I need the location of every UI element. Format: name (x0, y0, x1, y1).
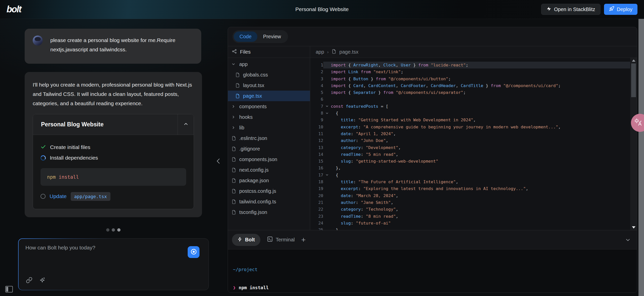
tree-item-page.tsx[interactable]: page.tsx (228, 91, 310, 101)
stop-generation-button[interactable] (188, 246, 199, 258)
line-number: 8 (310, 110, 323, 117)
breadcrumb-folder[interactable]: app (316, 49, 324, 55)
lightning-icon (237, 237, 242, 243)
tree-item-globals.css[interactable]: globals.css (228, 69, 310, 80)
scroll-down-arrow-icon[interactable] (632, 226, 635, 229)
code-line-6: 6 (310, 96, 637, 103)
chevron-down-icon[interactable] (625, 237, 631, 243)
terminal-icon (267, 236, 273, 243)
token-i: CardHeader (431, 83, 456, 88)
pagination-dot-3[interactable] (117, 228, 120, 232)
tree-item-components[interactable]: components (228, 101, 310, 112)
pagination-dot-1[interactable] (106, 228, 109, 232)
code-line-body: title: "The Future of Artificial Intelli… (323, 178, 637, 185)
tree-item-label: app (239, 61, 248, 67)
code-line-8: 8 { (310, 110, 637, 117)
tree-item-lib[interactable]: lib (228, 122, 310, 133)
token-i: Link (348, 69, 358, 74)
token-p: , (396, 214, 398, 219)
chevron-right-icon (231, 126, 236, 130)
deploy-button[interactable]: Deploy (604, 4, 637, 15)
code-line-3: 3import { Button } from "@/components/ui… (310, 76, 637, 82)
token-i: category (341, 207, 361, 212)
fold-gutter (323, 144, 331, 151)
open-in-stackblitz-button[interactable]: Open in StackBlitz (541, 4, 600, 15)
code-line-body: import { Button } from "@/components/ui/… (323, 76, 637, 82)
tree-item-.eslintrc.json[interactable]: .eslintrc.json (228, 133, 310, 143)
chevron-right-icon: › (327, 50, 329, 55)
attach-link-icon[interactable] (26, 277, 32, 283)
line-number: 19 (310, 185, 323, 192)
code-line-17: 17 { (310, 172, 637, 178)
file-icon (231, 199, 236, 204)
bolt-logo[interactable]: bolt (7, 4, 21, 15)
tree-item-tsconfig.json[interactable]: tsconfig.json (228, 207, 310, 217)
code-line-body: author: "John Doe", (323, 137, 637, 144)
tree-item-layout.tsx[interactable]: layout.tsx (228, 80, 310, 91)
fold-chevron-icon[interactable] (323, 110, 331, 117)
fold-gutter (323, 178, 331, 185)
fold-gutter (323, 137, 331, 144)
code-line-21: 21 author: "Jane Smith", (310, 199, 637, 206)
token-p: } (411, 63, 418, 67)
token-i: readTime (341, 214, 361, 219)
fold-chevron-icon[interactable] (323, 172, 331, 178)
token-k: import (331, 83, 346, 88)
updated-file-badge[interactable]: app/page.tsx (71, 192, 110, 201)
tree-item-.gitignore[interactable]: .gitignore (228, 143, 310, 154)
code-text: author: "John Doe", (331, 137, 388, 144)
token-p (393, 90, 396, 95)
code-text: import { Card, CardContent, CardFooter, … (331, 82, 561, 89)
editor-scrollbar[interactable] (630, 58, 637, 230)
tree-item-package.json[interactable]: package.json (228, 175, 310, 186)
add-terminal-button[interactable]: + (301, 236, 306, 244)
tab-code[interactable]: Code (234, 31, 257, 42)
artifact-collapse-button[interactable] (178, 114, 194, 135)
terminal-cwd-line: ~/project (233, 267, 637, 273)
token-i: CardFooter (401, 83, 426, 88)
token-k: from (383, 90, 393, 95)
breadcrumb: app › page.tsx (310, 46, 637, 58)
enhance-prompt-sparkles-icon[interactable] (39, 277, 46, 283)
tree-item-components.json[interactable]: components.json (228, 154, 310, 165)
tree-item-app[interactable]: app (228, 59, 310, 69)
tree-item-next.config.js[interactable]: next.config.js (228, 165, 310, 175)
token-s: "@/components/ui/button" (388, 77, 448, 81)
token-k: from (491, 83, 501, 88)
terminal-tab-bolt[interactable]: Bolt (232, 234, 260, 246)
tab-preview[interactable]: Preview (257, 31, 287, 42)
code-line-13: 13 category: "Development", (310, 144, 637, 151)
code-area[interactable]: 1import { ArrowRight, Clock, User } from… (310, 58, 637, 230)
terminal-output[interactable]: ~/project ❯npm install [] - preloadMetad… (228, 249, 637, 293)
tree-item-tailwind.config.ts[interactable]: tailwind.config.ts (228, 196, 310, 207)
fold-chevron-icon[interactable] (323, 103, 331, 110)
tree-item-postcss.config.js[interactable]: postcss.config.js (228, 186, 310, 196)
chat-input[interactable] (25, 245, 181, 275)
file-icon (231, 178, 236, 183)
token-s: "The Future of Artificial Intelligence" (358, 179, 456, 184)
token-i: author (341, 138, 356, 143)
pagination-dot-2[interactable] (112, 228, 115, 232)
tree-item-hooks[interactable]: hooks (228, 112, 310, 122)
token-p: : (361, 207, 366, 212)
workbench-toolbar: Code Preview (228, 27, 637, 46)
editor-scrollbar-thumb[interactable] (631, 63, 636, 97)
token-p: : (351, 159, 356, 164)
line-number: 16 (310, 165, 323, 171)
scroll-up-arrow-icon[interactable] (632, 59, 635, 62)
tree-item-label: tailwind.config.ts (239, 199, 276, 205)
token-p: , (473, 118, 476, 122)
collapse-chat-handle[interactable] (213, 152, 223, 170)
tree-item-label: components.json (239, 157, 277, 162)
code-text: author: "Jane Smith", (331, 199, 393, 206)
terminal-tab-terminal[interactable]: Terminal (267, 236, 295, 243)
breadcrumb-file[interactable]: page.tsx (339, 49, 358, 55)
token-p (331, 118, 341, 122)
tree-item-label: page.tsx (243, 93, 262, 99)
files-panel-header: Files (228, 46, 310, 58)
sidebar-toggle-icon[interactable] (5, 286, 14, 293)
token-s: "lucide-react" (431, 63, 466, 67)
token-p: ; (558, 83, 561, 88)
page-scrollbar[interactable] (638, 19, 644, 296)
token-i: slug (341, 159, 351, 164)
